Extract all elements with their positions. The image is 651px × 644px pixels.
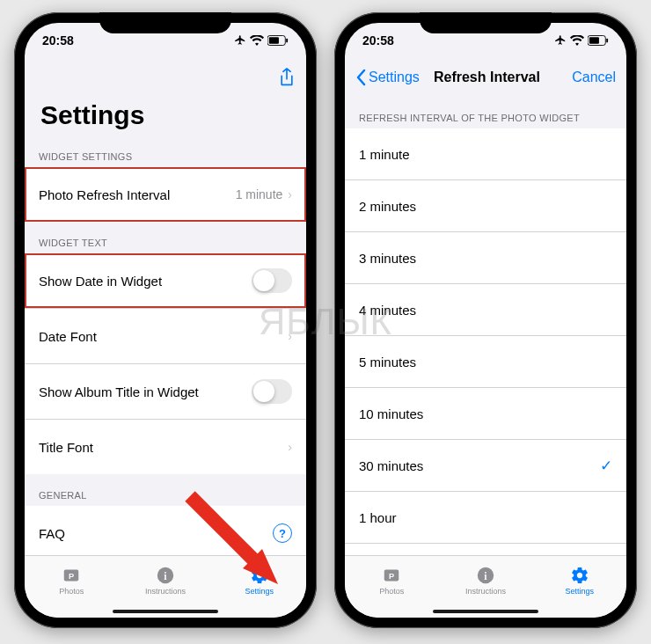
option-row[interactable]: 1 hour	[345, 492, 626, 544]
battery-icon	[588, 35, 609, 46]
notch	[99, 12, 231, 33]
option-row[interactable]: 3 minutes	[345, 232, 626, 284]
info-icon: i	[156, 566, 175, 585]
tab-settings[interactable]: Settings	[532, 566, 626, 596]
home-indicator	[113, 610, 218, 613]
info-icon: i	[476, 566, 495, 585]
status-time: 20:58	[362, 33, 394, 48]
wifi-icon	[570, 35, 584, 46]
tab-bar: P Photos i Instructions Settings	[25, 555, 306, 618]
option-row[interactable]: 1 minute	[345, 128, 626, 180]
row-label: FAQ	[39, 526, 273, 541]
row-date-font[interactable]: Date Font ›	[25, 309, 306, 364]
phone-left: 20:58 Settings WIDGET SETTINGS	[14, 12, 317, 628]
row-label: Date Font	[39, 329, 282, 344]
nav-bar	[25, 58, 306, 97]
tab-bar: P Photos i Instructions Settings	[345, 555, 626, 618]
home-indicator	[433, 610, 538, 613]
option-row[interactable]: 30 minutes✓	[345, 440, 626, 492]
wifi-icon	[250, 35, 264, 46]
section-header-refresh-interval: REFRESH INTERVAL OF THE PHOTO WIDGET	[345, 97, 626, 128]
row-title-font[interactable]: Title Font ›	[25, 420, 306, 474]
row-show-album[interactable]: Show Album Title in Widget	[25, 364, 306, 420]
chevron-right-icon: ›	[288, 187, 292, 201]
help-icon: ?	[273, 523, 292, 543]
nav-bar: Settings Refresh Interval Cancel	[345, 58, 626, 97]
option-row[interactable]: 2 hours	[345, 544, 626, 555]
checkmark-icon: ✓	[600, 457, 612, 475]
section-header-general: GENERAL	[25, 474, 306, 506]
page-title: Settings	[25, 97, 306, 135]
notch	[420, 12, 552, 33]
options-list: 1 minute2 minutes3 minutes4 minutes5 min…	[345, 128, 626, 555]
option-label: 30 minutes	[359, 458, 600, 473]
tab-label: Instructions	[145, 587, 186, 596]
row-label: Photo Refresh Interval	[39, 187, 236, 202]
tab-instructions[interactable]: i Instructions	[119, 566, 213, 596]
tab-label: Settings	[245, 587, 274, 596]
back-label: Settings	[369, 70, 420, 85]
tab-label: Instructions	[465, 587, 506, 596]
toggle-show-date[interactable]	[252, 268, 292, 293]
option-row[interactable]: 2 minutes	[345, 180, 626, 232]
row-photo-refresh-interval[interactable]: Photo Refresh Interval 1 minute ›	[25, 167, 306, 222]
option-label: 4 minutes	[359, 303, 612, 318]
gear-icon	[570, 566, 589, 585]
share-icon[interactable]	[278, 67, 296, 88]
svg-rect-1	[269, 37, 279, 43]
option-label: 5 minutes	[359, 355, 612, 370]
svg-rect-2	[286, 39, 288, 43]
cancel-button[interactable]: Cancel	[554, 70, 616, 85]
option-row[interactable]: 10 minutes	[345, 388, 626, 440]
cancel-label: Cancel	[572, 70, 616, 85]
option-label: 10 minutes	[359, 406, 612, 421]
status-time: 20:58	[42, 33, 74, 48]
battery-icon	[267, 35, 289, 46]
row-faq[interactable]: FAQ ?	[25, 506, 306, 555]
option-label: 1 minute	[359, 147, 612, 162]
phone-right: 20:58 Settings Refresh Interval Cancel	[334, 12, 637, 628]
svg-rect-11	[606, 39, 608, 43]
section-header-widget-settings: WIDGET SETTINGS	[25, 135, 306, 167]
option-row[interactable]: 5 minutes	[345, 336, 626, 388]
airplane-icon	[554, 34, 567, 47]
photos-icon: P	[382, 566, 401, 585]
option-label: 2 minutes	[359, 199, 612, 214]
row-label: Title Font	[39, 440, 282, 455]
chevron-right-icon: ›	[288, 440, 292, 454]
svg-text:P: P	[389, 572, 394, 581]
option-label: 3 minutes	[359, 251, 612, 266]
svg-text:P: P	[69, 572, 74, 581]
option-row[interactable]: 4 minutes	[345, 284, 626, 336]
nav-title: Refresh Interval	[434, 70, 540, 85]
row-show-date[interactable]: Show Date in Widget	[25, 253, 306, 309]
tab-photos[interactable]: P Photos	[25, 566, 119, 596]
option-label: 1 hour	[359, 510, 612, 525]
gear-icon	[250, 566, 269, 585]
back-button[interactable]: Settings	[355, 69, 420, 86]
row-label: Show Date in Widget	[39, 274, 252, 289]
tab-settings[interactable]: Settings	[212, 566, 306, 596]
photos-icon: P	[62, 566, 81, 585]
row-value: 1 minute	[236, 187, 283, 201]
tab-instructions[interactable]: i Instructions	[439, 566, 533, 596]
chevron-right-icon: ›	[288, 329, 292, 343]
tab-photos[interactable]: P Photos	[345, 566, 439, 596]
tab-label: Photos	[379, 587, 404, 596]
svg-rect-10	[589, 37, 599, 43]
tab-label: Photos	[59, 587, 84, 596]
chevron-left-icon	[355, 69, 366, 86]
airplane-icon	[234, 34, 246, 47]
section-header-widget-text: WIDGET TEXT	[25, 222, 306, 253]
tab-label: Settings	[565, 587, 594, 596]
row-label: Show Album Title in Widget	[39, 384, 252, 399]
toggle-show-album[interactable]	[252, 379, 292, 404]
